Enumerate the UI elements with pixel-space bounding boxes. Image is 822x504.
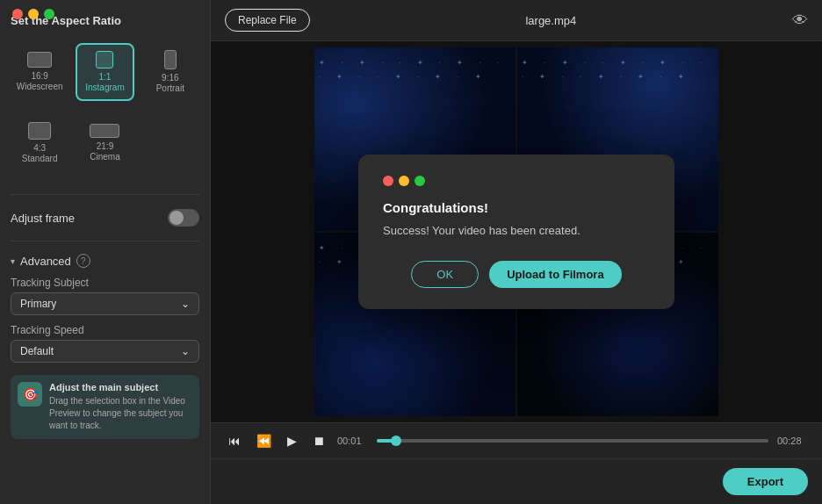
frame-back-button[interactable]: ⏪: [253, 432, 275, 450]
aspect-label-916: 9:16Portrait: [156, 73, 184, 94]
hint-desc: Drag the selection box in the Video Prev…: [49, 395, 192, 432]
aspect-label-169: 16:9Widescreen: [17, 71, 63, 92]
aspect-icon-916: [164, 50, 177, 69]
advanced-label: Advanced: [20, 255, 71, 268]
aspect-label-43: 4:3Standard: [22, 143, 58, 164]
aspect-icon-169: [27, 52, 52, 68]
aspect-icon-219: [90, 124, 119, 138]
window-fullscreen-dot[interactable]: [44, 9, 54, 19]
aspect-item-916[interactable]: 9:16Portrait: [141, 43, 199, 101]
progress-thumb[interactable]: [391, 436, 401, 446]
hint-title: Adjust the main subject: [49, 382, 192, 392]
tracking-speed-chevron: ⌄: [181, 345, 190, 357]
aspect-label-11: 1:1Instagram: [85, 72, 124, 93]
hint-text: Adjust the main subject Drag the selecti…: [49, 382, 192, 432]
aspect-item-11[interactable]: 1:1Instagram: [76, 43, 133, 101]
tracking-speed-label: Tracking Speed: [11, 324, 199, 336]
window-controls: [0, 0, 67, 19]
filename-label: large.mp4: [525, 14, 576, 27]
modal-message: Success! Your video has been created.: [383, 222, 650, 240]
modal-actions: OK Upload to Filmora: [383, 261, 650, 288]
aspect-icon-43: [28, 122, 51, 140]
tracking-subject-label: Tracking Subject: [11, 277, 199, 289]
eye-icon[interactable]: 👁: [792, 11, 808, 30]
main-content: Replace File large.mp4 👁: [211, 0, 822, 504]
skip-back-button[interactable]: ⏮: [225, 432, 244, 450]
modal-traffic-lights: [383, 176, 650, 186]
success-modal: Congratulations! Success! Your video has…: [358, 155, 674, 309]
progress-track[interactable]: [377, 439, 768, 443]
play-button[interactable]: ▶: [284, 432, 300, 450]
tracking-subject-group: Tracking Subject Primary ⌄: [11, 277, 199, 315]
upload-to-filmora-button[interactable]: Upload to Filmora: [489, 261, 622, 288]
aspect-grid-row2: 4:3Standard 21:9Cinema: [11, 115, 199, 171]
aspect-item-219[interactable]: 21:9Cinema: [76, 115, 133, 171]
aspect-icon-11: [96, 51, 113, 68]
tracking-subject-value: Primary: [20, 298, 56, 310]
hint-box: 🎯 Adjust the main subject Drag the selec…: [11, 375, 199, 439]
current-time: 00:01: [337, 436, 368, 446]
tracking-speed-select[interactable]: Default ⌄: [11, 340, 199, 363]
ok-button[interactable]: OK: [411, 261, 479, 288]
window-minimize-dot[interactable]: [28, 9, 39, 19]
aspect-grid-row1: 16:9Widescreen 1:1Instagram 9:16Portrait: [11, 43, 199, 101]
export-button[interactable]: Export: [723, 468, 808, 495]
divider-2: [11, 241, 199, 241]
adjust-frame-label: Adjust frame: [11, 212, 75, 225]
divider-1: [11, 194, 199, 195]
tracking-speed-value: Default: [20, 345, 54, 357]
modal-overlay: Congratulations! Success! Your video has…: [211, 41, 822, 422]
help-icon[interactable]: ?: [76, 254, 90, 268]
playback-controls: ⏮ ⏪ ▶ ⏹ 00:01 00:28: [211, 422, 822, 458]
bottom-bar: Export: [211, 458, 822, 504]
stop-button[interactable]: ⏹: [309, 432, 328, 450]
advanced-section: ▾ Advanced ? Tracking Subject Primary ⌄ …: [11, 254, 199, 439]
tracking-speed-group: Tracking Speed Default ⌄: [11, 324, 199, 363]
advanced-header[interactable]: ▾ Advanced ?: [11, 254, 199, 268]
tracking-subject-chevron: ⌄: [181, 298, 190, 310]
video-area: Congratulations! Success! Your video has…: [211, 41, 822, 422]
modal-title: Congratulations!: [383, 200, 650, 215]
hint-icon: 🎯: [18, 382, 42, 407]
modal-close-dot[interactable]: [383, 176, 393, 186]
window-close-dot[interactable]: [12, 9, 23, 19]
aspect-item-169[interactable]: 16:9Widescreen: [11, 43, 68, 101]
modal-minimize-dot[interactable]: [399, 176, 409, 186]
replace-file-button[interactable]: Replace File: [225, 9, 310, 32]
modal-fullscreen-dot[interactable]: [415, 176, 425, 186]
aspect-label-219: 21:9Cinema: [90, 141, 119, 162]
tracking-subject-select[interactable]: Primary ⌄: [11, 292, 199, 315]
adjust-frame-toggle[interactable]: [168, 209, 199, 227]
sidebar: Set the Aspect Ratio 16:9Widescreen 1:1I…: [0, 0, 211, 504]
aspect-item-43[interactable]: 4:3Standard: [11, 115, 68, 171]
total-time: 00:28: [777, 436, 808, 446]
chevron-down-icon: ▾: [11, 256, 15, 266]
topbar: Replace File large.mp4 👁: [211, 0, 822, 41]
adjust-frame-row: Adjust frame: [11, 207, 199, 228]
